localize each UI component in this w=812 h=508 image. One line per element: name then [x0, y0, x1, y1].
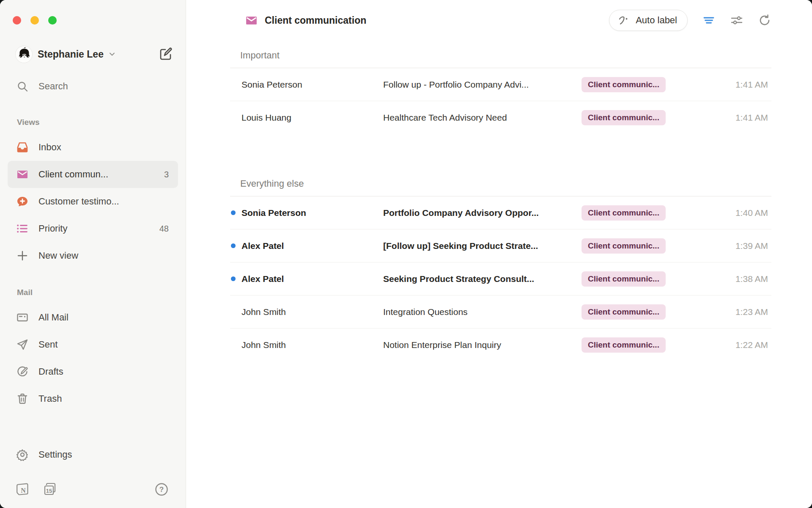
- display-settings-icon[interactable]: [730, 14, 743, 27]
- email-time: 1:22 AM: [704, 340, 771, 350]
- sidebar-item-trash[interactable]: Trash: [8, 385, 178, 412]
- account-switcher[interactable]: Stephanie Lee: [8, 43, 178, 65]
- email-subject: Follow up - Portfolio Company Advi...: [383, 80, 582, 90]
- sidebar-item-inbox[interactable]: Inbox: [8, 134, 178, 161]
- search-label: Search: [38, 81, 169, 92]
- svg-text:?: ?: [159, 486, 164, 494]
- svg-text:15: 15: [46, 488, 52, 494]
- compose-button[interactable]: [159, 47, 173, 61]
- email-subject: Seeking Product Strategy Consult...: [383, 274, 582, 284]
- label-chip[interactable]: Client communic...: [582, 271, 666, 287]
- testimonial-icon: [16, 195, 29, 208]
- unread-dot: [231, 276, 236, 281]
- email-time: 1:41 AM: [704, 80, 771, 90]
- email-subject: Notion Enterprise Plan Inquiry: [383, 340, 582, 350]
- priority-list-icon: [16, 222, 29, 235]
- sidebar-item-sent[interactable]: Sent: [8, 331, 178, 358]
- email-row[interactable]: Louis Huang Healthcare Tech Advisory Nee…: [230, 101, 771, 134]
- send-icon: [16, 338, 29, 351]
- unread-dot: [231, 243, 236, 248]
- email-sender: Louis Huang: [241, 113, 383, 123]
- email-sender: John Smith: [241, 307, 383, 317]
- email-subject: Integration Questions: [383, 307, 582, 317]
- refresh-icon[interactable]: [758, 14, 771, 27]
- unread-dot: [231, 210, 236, 215]
- unread-count: 3: [164, 170, 169, 179]
- email-subject: [Follow up] Seeking Product Strate...: [383, 241, 582, 251]
- sidebar-item-label: Client commun...: [38, 169, 164, 180]
- email-sender: Sonia Peterson: [241, 208, 383, 218]
- calendar-icon[interactable]: 15: [42, 482, 58, 497]
- email-row[interactable]: Sonia Peterson Follow up - Portfolio Com…: [230, 68, 771, 101]
- app-window: Stephanie Lee Search Views Inbox: [0, 0, 812, 508]
- label-chip[interactable]: Client communic...: [582, 238, 666, 254]
- auto-label-button[interactable]: Auto label: [609, 10, 688, 31]
- email-time: 1:41 AM: [704, 113, 771, 123]
- gear-icon: [16, 448, 29, 461]
- sidebar-item-label: Inbox: [38, 142, 169, 153]
- label-chip[interactable]: Client communic...: [582, 205, 666, 221]
- email-row[interactable]: John Smith Integration Questions Client …: [230, 295, 771, 329]
- unread-indicator: [230, 210, 241, 215]
- sidebar-item-label: New view: [38, 250, 169, 261]
- email-list: Important Sonia Peterson Follow up - Por…: [230, 41, 771, 362]
- window-controls: [0, 0, 186, 25]
- email-row[interactable]: John Smith Notion Enterprise Plan Inquir…: [230, 329, 771, 362]
- auto-label-label: Auto label: [636, 15, 677, 26]
- label-chip[interactable]: Client communic...: [582, 304, 666, 320]
- unread-indicator: [230, 276, 241, 281]
- trash-icon: [16, 392, 29, 405]
- help-button[interactable]: ?: [154, 482, 169, 497]
- sidebar-item-drafts[interactable]: Drafts: [8, 358, 178, 385]
- label-mail-icon: [245, 14, 258, 27]
- sidebar-item-label: Drafts: [38, 366, 169, 377]
- sidebar-item-label: Priority: [38, 223, 159, 234]
- main-header: Client communication Auto label: [187, 0, 812, 41]
- page-title: Client communication: [265, 15, 366, 26]
- email-sender: Alex Patel: [241, 241, 383, 251]
- auto-label-doodle-icon: [617, 14, 631, 27]
- sidebar-item-priority[interactable]: Priority 48: [8, 215, 178, 242]
- inbox-icon: [16, 141, 29, 154]
- chevron-down-icon: [108, 50, 116, 58]
- sidebar-item-client-communication[interactable]: Client commun... 3: [8, 161, 178, 188]
- mail-icon: [16, 168, 29, 181]
- sidebar-item-label: Sent: [38, 339, 169, 350]
- svg-text:N: N: [21, 487, 26, 494]
- label-chip[interactable]: Client communic...: [582, 77, 666, 92]
- sidebar-item-all-mail[interactable]: All Mail: [8, 304, 178, 331]
- email-row[interactable]: Alex Patel Seeking Product Strategy Cons…: [230, 262, 771, 295]
- unread-indicator: [230, 243, 241, 248]
- email-row[interactable]: Sonia Peterson Portfolio Company Advisor…: [230, 196, 771, 229]
- all-mail-icon: [16, 311, 29, 324]
- avatar: [15, 46, 33, 63]
- zoom-button[interactable]: [48, 16, 57, 25]
- priority-count: 48: [159, 224, 169, 234]
- section-header-important: Important: [230, 41, 771, 68]
- email-subject: Healthcare Tech Advisory Need: [383, 113, 582, 123]
- sidebar-item-label: All Mail: [38, 312, 169, 323]
- sidebar-item-settings[interactable]: Settings: [8, 441, 178, 468]
- sidebar-item-label: Customer testimo...: [38, 196, 169, 207]
- section-label-mail: Mail: [17, 288, 186, 297]
- user-name: Stephanie Lee: [38, 49, 104, 60]
- sidebar-footer: N 15 ?: [0, 481, 186, 498]
- sidebar-item-customer-testimonials[interactable]: Customer testimo...: [8, 188, 178, 215]
- email-time: 1:40 AM: [704, 208, 771, 218]
- filter-icon[interactable]: [702, 14, 716, 27]
- search-button[interactable]: Search: [8, 76, 178, 97]
- sidebar-item-label: Trash: [38, 393, 169, 404]
- plus-icon: [16, 249, 29, 262]
- email-time: 1:39 AM: [704, 241, 771, 251]
- email-sender: Alex Patel: [241, 274, 383, 284]
- main-panel: Client communication Auto label: [187, 0, 812, 508]
- label-chip[interactable]: Client communic...: [582, 110, 666, 125]
- close-button[interactable]: [13, 16, 21, 25]
- sidebar-item-new-view[interactable]: New view: [8, 242, 178, 269]
- label-chip[interactable]: Client communic...: [582, 337, 666, 353]
- email-row[interactable]: Alex Patel [Follow up] Seeking Product S…: [230, 229, 771, 262]
- email-sender: John Smith: [241, 340, 383, 350]
- minimize-button[interactable]: [30, 16, 39, 25]
- notion-logo-icon[interactable]: N: [15, 482, 30, 497]
- drafts-icon: [16, 365, 29, 378]
